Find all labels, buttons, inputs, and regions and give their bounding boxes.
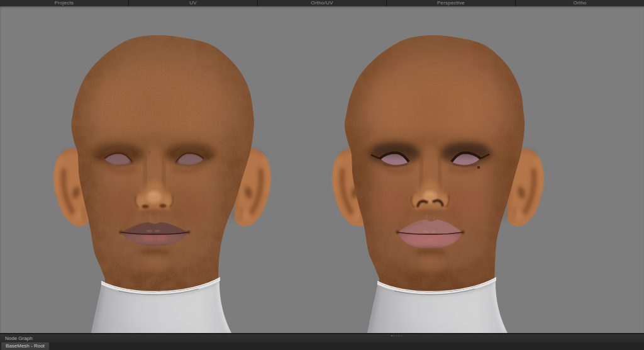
node-graph-tab-basemesh[interactable]: BaseMesh - Root <box>1 342 49 350</box>
dock-tab-label: Ortho/UV <box>311 0 333 6</box>
drag-handle-icon[interactable] <box>391 335 402 337</box>
mari-window: Projects UV Ortho/UV Perspective Ortho <box>0 0 644 350</box>
node-graph-panel: Node Graph BaseMesh - Root <box>0 333 644 350</box>
dock-tab-projects[interactable]: Projects <box>0 0 129 6</box>
dock-tab-label: Perspective <box>437 0 465 6</box>
viewport-tab-bar: Projects UV Ortho/UV Perspective Ortho <box>0 0 644 6</box>
node-graph-header[interactable]: Node Graph <box>0 334 644 342</box>
left-head-bust <box>53 30 270 333</box>
dock-tab-perspective[interactable]: Perspective <box>387 0 516 6</box>
node-graph-title: Node Graph <box>0 334 33 342</box>
node-graph-tab-row: BaseMesh - Root <box>0 342 644 350</box>
dock-tab-ortho[interactable]: Ortho <box>516 0 644 6</box>
dock-tab-label: Ortho <box>573 0 586 6</box>
dock-tab-ortho-uv[interactable]: Ortho/UV <box>258 0 387 6</box>
right-head-bust <box>332 30 543 333</box>
busts-render <box>0 6 644 333</box>
dock-tab-uv[interactable]: UV <box>129 0 258 6</box>
3d-viewport[interactable] <box>0 6 644 333</box>
dock-tab-label: UV <box>189 0 197 6</box>
dock-tab-label: Projects <box>55 0 74 6</box>
